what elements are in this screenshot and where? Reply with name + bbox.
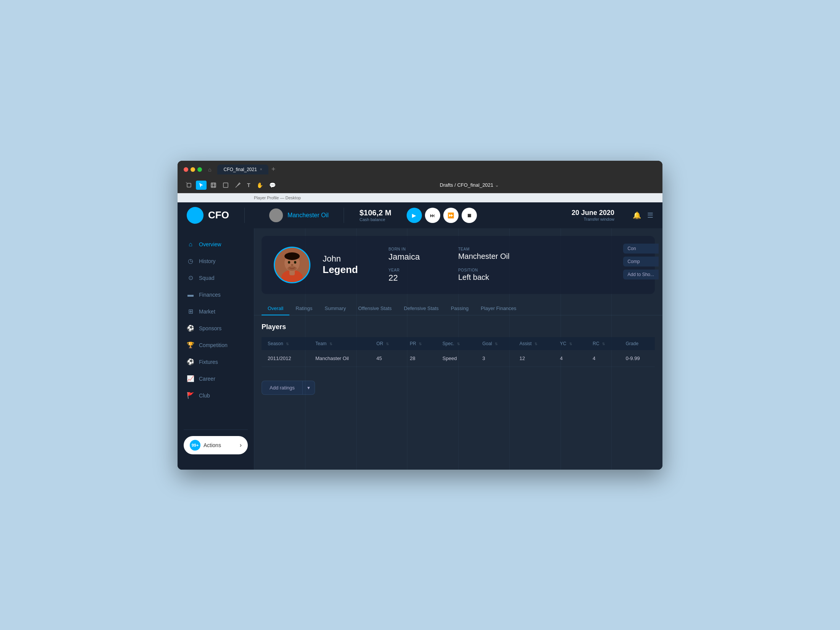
cell-season: 2011/2012 xyxy=(262,350,309,367)
browser-tab-active[interactable]: CFO_final_2021 × xyxy=(217,165,268,174)
sidebar-item-finances[interactable]: ▬ Finances xyxy=(178,286,254,303)
context-pill-con[interactable]: Con xyxy=(623,244,659,254)
sort-team-icon[interactable]: ⇅ xyxy=(330,342,333,346)
context-pills: Con Comp Add to Sho... xyxy=(623,244,659,279)
sidebar-label-history: History xyxy=(199,258,216,264)
frame-tool-btn[interactable] xyxy=(208,181,219,190)
tab-close-btn[interactable]: × xyxy=(260,167,262,171)
svg-rect-0 xyxy=(187,183,191,187)
sort-season-icon[interactable]: ⇅ xyxy=(286,342,289,346)
sidebar-item-fixtures[interactable]: ⚽ Fixtures xyxy=(178,354,254,370)
sidebar-item-club[interactable]: 🚩 Club xyxy=(178,387,254,404)
col-assist: Assist ⇅ xyxy=(513,337,554,350)
divider-logo-team xyxy=(244,208,245,223)
tab-player-finances[interactable]: Player Finances xyxy=(475,302,522,315)
sidebar-label-career: Career xyxy=(199,376,215,382)
close-window-btn[interactable] xyxy=(184,167,188,172)
cell-pr: 28 xyxy=(404,350,436,367)
player-avatar-wrap xyxy=(274,247,310,283)
sidebar-item-career[interactable]: 📈 Career xyxy=(178,370,254,387)
section-title: Players xyxy=(262,323,655,331)
cash-area: $106,2 M Cash balance xyxy=(359,208,391,222)
cell-yc: 4 xyxy=(554,350,587,367)
tab-ratings[interactable]: Ratings xyxy=(289,302,318,315)
move-tool-btn[interactable] xyxy=(184,181,194,190)
tab-offensive-stats[interactable]: Offensive Stats xyxy=(352,302,398,315)
pen-tool-btn[interactable] xyxy=(233,181,243,190)
competition-icon: 🏆 xyxy=(187,341,194,349)
comment-tool-btn[interactable]: 💬 xyxy=(267,181,278,190)
year-label: YEAR xyxy=(388,268,440,272)
frame-label: Player Profile — Desktop xyxy=(178,193,662,202)
browser-home-btn[interactable]: ⌂ xyxy=(207,166,213,173)
sort-goal-icon[interactable]: ⇅ xyxy=(495,342,498,346)
bell-icon[interactable]: 🔔 xyxy=(633,211,641,220)
add-ratings-main-btn[interactable]: Add ratings xyxy=(262,381,302,395)
app-container: CFO Manchester Oil $106,2 M Cash balance… xyxy=(178,202,662,470)
sort-pr-icon[interactable]: ⇅ xyxy=(419,342,422,346)
play-btn[interactable]: ▶ xyxy=(407,208,422,223)
sidebar-item-history[interactable]: ◷ History xyxy=(178,253,254,270)
born-in-label: BORN IN xyxy=(388,247,440,251)
table-row[interactable]: 2011/2012 Manchaster Oil 45 28 Speed 3 1… xyxy=(262,350,655,367)
actions-arrow-icon: › xyxy=(240,442,242,449)
position-label: POSITION xyxy=(458,268,510,272)
logo-text: CFO xyxy=(208,209,229,221)
sort-assist-icon[interactable]: ⇅ xyxy=(535,342,538,346)
svg-point-14 xyxy=(294,261,296,263)
text-tool-btn[interactable]: T xyxy=(245,181,253,190)
col-or: OR ⇅ xyxy=(370,337,404,350)
svg-point-13 xyxy=(288,261,290,263)
add-ratings-dropdown-btn[interactable]: ▾ xyxy=(302,381,315,395)
svg-point-16 xyxy=(288,266,297,271)
tab-overall[interactable]: Overall xyxy=(262,302,289,315)
sort-or-icon[interactable]: ⇅ xyxy=(386,342,389,346)
hand-tool-btn[interactable]: ✋ xyxy=(254,181,265,190)
sidebar: ⌂ Overview ◷ History ⊙ Squad ▬ Finances xyxy=(178,228,254,470)
sidebar-label-competition: Competition xyxy=(199,342,228,348)
select-tool-btn[interactable] xyxy=(196,181,207,190)
team-label: TEAM xyxy=(458,247,510,251)
context-pill-add-to-shortlist[interactable]: Add to Sho... xyxy=(623,270,659,279)
tab-summary[interactable]: Summary xyxy=(318,302,352,315)
col-goal: Goal ⇅ xyxy=(476,337,513,350)
stop-btn[interactable]: ⏹ xyxy=(462,208,477,223)
date-text: 20 June 2020 xyxy=(572,209,614,217)
actions-label: Actions xyxy=(204,442,221,448)
cell-spec: Speed xyxy=(436,350,476,367)
tab-defensive-stats[interactable]: Defensive Stats xyxy=(398,302,445,315)
new-tab-btn[interactable]: + xyxy=(270,165,277,173)
sidebar-item-overview[interactable]: ⌂ Overview xyxy=(178,236,254,253)
minimize-window-btn[interactable] xyxy=(191,167,195,172)
col-spec: Spec. ⇅ xyxy=(436,337,476,350)
sidebar-item-squad[interactable]: ⊙ Squad xyxy=(178,270,254,286)
cell-or: 45 xyxy=(370,350,404,367)
top-bar: CFO Manchester Oil $106,2 M Cash balance… xyxy=(178,202,662,228)
fast-forward-btn[interactable]: ⏩ xyxy=(443,208,459,223)
sidebar-item-competition[interactable]: 🏆 Competition xyxy=(178,337,254,354)
table-section: Players Season ⇅ Team xyxy=(254,315,662,375)
sort-yc-icon[interactable]: ⇅ xyxy=(569,342,572,346)
col-yc: YC ⇅ xyxy=(554,337,587,350)
maximize-window-btn[interactable] xyxy=(197,167,202,172)
sidebar-item-sponsors[interactable]: ⚽ Sponsors xyxy=(178,320,254,337)
date-area: 20 June 2020 Transfer window xyxy=(572,209,614,221)
team-name[interactable]: Manchester Oil xyxy=(288,212,329,219)
sort-rc-icon[interactable]: ⇅ xyxy=(602,342,605,346)
transfer-window-label: Transfer window xyxy=(584,217,614,221)
actions-button[interactable]: 99+ Actions › xyxy=(184,436,248,454)
shape-tool-btn[interactable] xyxy=(220,181,231,190)
menu-icon[interactable]: ☰ xyxy=(647,211,653,220)
sidebar-item-market[interactable]: ⊞ Market xyxy=(178,303,254,320)
sidebar-label-squad: Squad xyxy=(199,275,214,281)
svg-rect-7 xyxy=(223,183,228,187)
sponsors-icon: ⚽ xyxy=(187,325,194,332)
player-portrait xyxy=(275,248,309,282)
skip-forward-btn[interactable]: ⏭ xyxy=(425,208,440,223)
tab-passing[interactable]: Passing xyxy=(445,302,475,315)
breadcrumb-file[interactable]: CFO_final_2021 xyxy=(457,182,493,188)
cash-label: Cash balance xyxy=(359,217,391,222)
context-pill-comp[interactable]: Comp xyxy=(623,257,659,267)
sidebar-label-fixtures: Fixtures xyxy=(199,359,218,365)
sort-spec-icon[interactable]: ⇅ xyxy=(457,342,460,346)
